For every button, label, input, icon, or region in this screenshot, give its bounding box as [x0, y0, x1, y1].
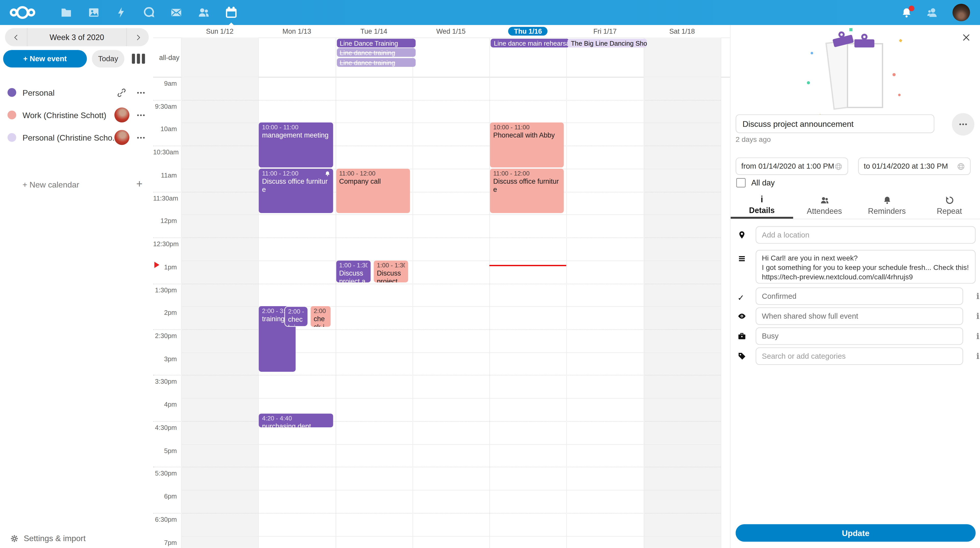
calendar-list-item[interactable]: Personal (Christine Scho...: [0, 126, 153, 149]
calendar-event[interactable]: 10:00 - 11:00management meeting: [259, 123, 333, 167]
calendar-list-item[interactable]: Personal: [0, 81, 153, 103]
calendar-event[interactable]: 1:00 - 1:30Discuss project announcement: [336, 260, 371, 282]
timezone-globe-icon[interactable]: [957, 162, 965, 170]
user-avatar[interactable]: [953, 4, 970, 21]
calendar-event[interactable]: 11:00 - 12:00Discuss office furniture: [259, 168, 333, 213]
calendar-color-dot[interactable]: [7, 88, 16, 97]
all-day-event[interactable]: Line dance training: [337, 58, 415, 67]
all-day-event[interactable]: Line dance training: [337, 48, 415, 57]
editor-tabs: iDetailsAttendeesRemindersRepeat: [731, 192, 980, 219]
calendar-menu-icon[interactable]: [136, 88, 146, 97]
half-hour-gridline: [153, 283, 721, 284]
event-title-input[interactable]: [735, 114, 934, 133]
tab-label: Reminders: [868, 207, 906, 216]
calendar-color-dot[interactable]: [7, 133, 16, 142]
calendar-event[interactable]: 2:00 - 2:25check-in: [310, 307, 331, 327]
calendar-event[interactable]: 1:00 - 1:30Discuss project: [374, 260, 408, 282]
detail-row: i: [735, 348, 980, 365]
half-hour-gridline: [153, 146, 721, 146]
column-divider: [335, 38, 336, 77]
today-button[interactable]: Today: [92, 50, 124, 68]
date-row: from 01/14/2020 at 1:00 PM to 01/14/2020…: [735, 157, 975, 175]
day-header[interactable]: Wed 1/15: [412, 25, 490, 38]
settings-import-button[interactable]: Settings & import: [10, 534, 86, 543]
tab-label: Attendees: [807, 207, 842, 216]
time-axis-label: 9am: [153, 79, 177, 87]
location-input[interactable]: [756, 226, 976, 244]
info-icon[interactable]: i: [976, 351, 979, 361]
calendar-app-icon[interactable]: [225, 6, 238, 19]
calendar-menu-icon[interactable]: [136, 133, 146, 142]
info-icon[interactable]: i: [976, 291, 979, 301]
activity-app-icon[interactable]: [115, 6, 127, 19]
new-event-button[interactable]: + New event: [3, 50, 87, 68]
tab-repeat[interactable]: Repeat: [918, 192, 980, 219]
event-time: 10:00 - 11:00: [262, 124, 330, 131]
day-header[interactable]: Fri 1/17: [566, 25, 644, 38]
update-button[interactable]: Update: [735, 524, 975, 542]
contacts-menu-icon[interactable]: [926, 6, 939, 19]
categories-input[interactable]: [756, 348, 963, 365]
half-hour-gridline: [153, 329, 721, 330]
day-header[interactable]: Mon 1/13: [258, 25, 335, 38]
nextcloud-logo[interactable]: [9, 4, 36, 21]
calendar-menu-icon[interactable]: [136, 110, 146, 120]
tab-attendees[interactable]: Attendees: [793, 192, 856, 219]
photos-app-icon[interactable]: [88, 6, 100, 19]
tab-reminders[interactable]: Reminders: [856, 192, 918, 219]
calendar-event[interactable]: 11:00 - 12:00Discuss office furniture: [490, 168, 564, 213]
time-grid[interactable]: 9am9:30am10am10:30am11am11:30am12pm12:30…: [153, 77, 730, 548]
weekend-shading: [181, 38, 258, 77]
day-header[interactable]: Sun 1/12: [181, 25, 258, 38]
current-time-marker: [154, 262, 159, 268]
new-calendar-button[interactable]: + New calendar +: [7, 175, 145, 194]
calendar-event[interactable]: 10:00 - 11:00Phonecall with Abby: [490, 123, 564, 167]
gear-icon: [10, 534, 19, 543]
day-header[interactable]: Thu 1/16: [490, 25, 566, 38]
week-view-toggle-icon[interactable]: [132, 54, 145, 64]
week-label[interactable]: Week 3 of 2020: [27, 28, 126, 46]
all-day-event[interactable]: The Big Line Dancing Show: [568, 39, 647, 48]
next-week-button[interactable]: [126, 28, 149, 46]
files-app-icon[interactable]: [60, 6, 73, 19]
close-icon[interactable]: [961, 32, 971, 42]
description-textarea[interactable]: Hi Carl! are you in next week? I got som…: [756, 250, 976, 284]
all-day-event[interactable]: Line dance main rehearsal: [491, 39, 570, 48]
talk-app-icon[interactable]: [142, 6, 155, 19]
status-select[interactable]: Confirmed: [756, 288, 963, 305]
all-day-events-area[interactable]: Line Dance TrainingLine dance trainingLi…: [153, 38, 730, 77]
calendar-event[interactable]: 2:00 - 2:25check-in: [284, 307, 308, 327]
info-icon[interactable]: i: [976, 311, 979, 321]
freebusy-select[interactable]: Busy: [756, 327, 963, 345]
bell-icon: [882, 196, 892, 205]
day-header[interactable]: Tue 1/14: [335, 25, 412, 38]
event-title: Discuss project announcement: [339, 269, 368, 282]
day-header[interactable]: Sat 1/18: [644, 25, 721, 38]
all-day-checkbox[interactable]: [736, 178, 746, 187]
calendar-event[interactable]: 4:20 - 4:40purchasing dept: [259, 413, 333, 427]
calendar-list-item[interactable]: Work (Christine Schott): [0, 104, 153, 126]
tab-details[interactable]: iDetails: [731, 192, 793, 219]
calendar-color-dot[interactable]: [7, 110, 16, 119]
all-day-event[interactable]: Line Dance Training: [337, 39, 415, 48]
visibility-select[interactable]: When shared show full event: [756, 307, 963, 325]
start-datetime-field[interactable]: from 01/14/2020 at 1:00 PM: [735, 157, 848, 175]
select-value: When shared show full event: [762, 312, 858, 321]
column-divider: [644, 77, 644, 548]
calendar-event[interactable]: 11:00 - 12:00Company call: [336, 168, 410, 213]
info-icon[interactable]: i: [976, 331, 979, 341]
event-editor-panel: 2 days ago from 01/14/2020 at 1:00 PM to…: [730, 25, 980, 548]
contacts-app-icon[interactable]: [197, 6, 210, 19]
share-link-icon[interactable]: [117, 88, 126, 97]
notifications-bell-icon[interactable]: [900, 6, 913, 19]
hour-gridline: [181, 536, 721, 536]
previous-week-button[interactable]: [5, 28, 27, 46]
actions-menu-button[interactable]: [952, 113, 974, 135]
calendar-sidebar: Week 3 of 2020 + New event Today Persona…: [0, 25, 153, 548]
people-icon: [820, 196, 829, 205]
column-divider: [335, 77, 336, 548]
timezone-globe-icon[interactable]: [834, 162, 842, 170]
time-axis-label: 10am: [153, 125, 177, 133]
end-datetime-field[interactable]: to 01/14/2020 at 1:30 PM: [858, 157, 970, 175]
mail-app-icon[interactable]: [170, 6, 183, 19]
